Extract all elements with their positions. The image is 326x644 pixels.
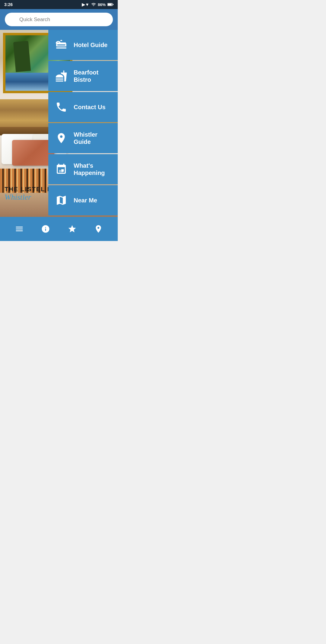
battery-text: 86% [98,2,106,7]
search-input[interactable] [19,17,107,23]
bottom-nav-info[interactable] [38,221,53,236]
menu-item-contact-us[interactable]: Contact Us [48,92,118,122]
menu-item-whistler-guide[interactable]: WhistlerGuide [48,123,118,153]
fork-knife-icon [54,68,69,84]
menu-label-near-me: Near Me [74,197,97,204]
location-pin-icon [54,131,69,146]
menu-item-whats-happening[interactable]: 01 What'sHappening [48,154,118,184]
calendar-icon: 01 [54,162,69,177]
menu-item-near-me[interactable]: Near Me [48,185,118,215]
menu-panel: Hotel Guide BearfootBistro Contact Us Wh… [48,30,118,215]
menu-label-bearfoot-bistro: BearfootBistro [74,69,98,83]
signal-icon [91,2,96,7]
battery-icon [107,3,113,6]
bottom-nav-menu[interactable] [12,221,27,236]
status-bar: 3:26 ▶▼ 86% [0,0,118,9]
map-icon [54,193,69,208]
svg-text:01: 01 [59,169,63,173]
phone-icon [54,100,69,115]
menu-label-whats-happening: What'sHappening [74,162,105,176]
bottom-nav-location[interactable] [91,221,106,236]
cloche-icon [54,37,69,52]
search-bar-container [0,9,118,30]
menu-item-bearfoot-bistro[interactable]: BearfootBistro [48,61,118,91]
search-bar[interactable] [5,13,113,26]
search-icon [10,16,16,23]
menu-label-hotel-guide: Hotel Guide [74,41,107,49]
hero-area: THE LISTEL HOTEL Whistler Hotel Guide Be… [0,30,118,217]
status-icons: ▶▼ 86% [82,2,113,7]
pillows-area [0,134,53,173]
svg-rect-1 [108,4,112,6]
bottom-nav-favorites[interactable] [65,221,80,236]
menu-item-hotel-guide[interactable]: Hotel Guide [48,30,118,60]
time-display: 3:26 [4,2,13,7]
pillow-orange [12,140,54,166]
menu-label-contact-us: Contact Us [74,103,106,111]
menu-label-whistler-guide: WhistlerGuide [74,131,97,145]
svg-rect-2 [113,4,114,5]
bottom-nav [0,217,118,241]
wifi-icon: ▶▼ [82,2,89,7]
